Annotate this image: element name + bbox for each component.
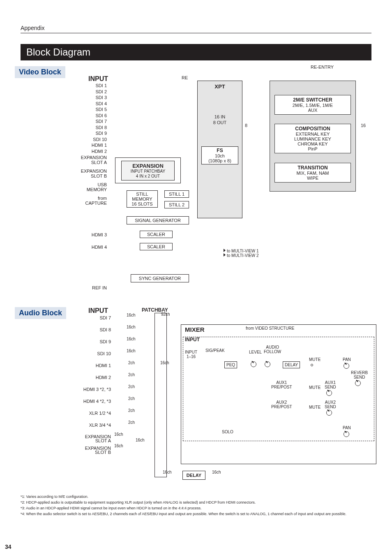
multiview-labels: to MULTI-VIEW 1 to MULTI-VIEW 2 <box>224 249 259 258</box>
mute-switch <box>311 364 313 366</box>
pan-label: PAN <box>343 357 351 362</box>
input-sdi8: SDI 8 <box>74 125 107 131</box>
delay-in-ch: 16ch <box>163 470 172 474</box>
sigpeak-label: SIG/PEAK <box>205 348 225 353</box>
delay-mixer-box: DELAY <box>283 361 300 368</box>
follow-knob <box>265 361 270 367</box>
xpt-text: 16 IN8 OUT <box>213 114 226 125</box>
input-sdi6: SDI 6 <box>74 113 107 119</box>
ch-expa: 16ch <box>114 432 123 437</box>
solo-label: SOLO <box>222 430 233 434</box>
ain-hdmi1: HDMI 1 <box>74 363 111 375</box>
pan2-label: PAN <box>343 426 351 430</box>
aux2-send-label: AUX2 SEND <box>325 400 336 409</box>
input-expslot-b: EXPANSIONSLOT B <box>74 169 107 180</box>
fs-box: FS 10ch (1080p x 8) <box>201 146 238 164</box>
ain-xlr12: XLR 1/2 *4 <box>74 411 111 423</box>
page-title: Block Diagram <box>21 44 371 60</box>
mixer-input-title: INPUT <box>185 337 200 342</box>
ain-sdi9: SDI 9 <box>74 339 111 351</box>
count-8: 8 <box>245 123 247 128</box>
aux1-mute-label: MUTE <box>309 385 321 390</box>
input-capture: fromCAPTURE <box>74 196 107 208</box>
ain-expb: EXPANSIONSLOT B <box>74 446 111 454</box>
xpt-title: XPT <box>214 83 225 90</box>
aux1-send-label: AUX1 SEND <box>325 380 336 389</box>
transition-box: TRANSITION MIX, FAM, NAM WIPE <box>274 163 351 183</box>
input-sdi1: SDI 1 <box>74 83 107 89</box>
pan-knob <box>344 363 349 369</box>
ch-expb: 16ch <box>114 444 123 448</box>
scaler2-box: SCALER <box>140 243 173 250</box>
input-sdi3: SDI 3 <box>74 95 107 101</box>
ch-slot-merge: 16ch <box>136 438 145 442</box>
input-hdmi3: HDMI 3 <box>82 232 107 237</box>
ain-xlr34: XLR 3/4 *4 <box>74 423 111 435</box>
mixer-title: MIXER <box>185 326 205 333</box>
ch-xlr34: 2ch <box>128 420 135 425</box>
reverb-send-label: REVERB SEND <box>351 370 368 379</box>
ch-hdmi3: 2ch <box>128 384 135 389</box>
ch-sdi7: 16ch <box>127 313 136 317</box>
audio-follow-label: AUDIO FOLLOW <box>264 345 281 354</box>
input-sdi9: SDI 9 <box>74 130 107 136</box>
footnote-4: *4: When the audio selector switch is se… <box>21 511 371 517</box>
input-usb: USBMEMORY <box>74 182 107 194</box>
aux1-pre-label: AUX1 PRE/POST <box>271 380 292 389</box>
ch-hdmi1: 2ch <box>128 361 135 365</box>
audio-block: Audio Block INPUT PATCHBAY 92ch SDI 7 SD… <box>21 309 371 486</box>
aux2-send-knob <box>326 410 332 416</box>
input-hdmi2: HDMI 2 <box>74 148 107 155</box>
ch-hdmi2: 2ch <box>128 372 135 377</box>
reentry-label: RE-ENTRY <box>311 65 334 69</box>
input-sdi2: SDI 2 <box>74 89 107 95</box>
input-sdi7: SDI 7 <box>74 118 107 125</box>
count-16: 16 <box>361 123 366 128</box>
delay-box: DELAY <box>182 471 205 480</box>
footnote-3: *3: Audio in an HDCP-applied HDMI signal… <box>21 505 371 511</box>
mute-label: MUTE <box>309 357 321 362</box>
switcher-box: 2M/E SWITCHER 2M/E, 1.5M/E, 1M/E AUX <box>274 95 351 115</box>
arrow-right-icon <box>224 253 226 257</box>
footnote-2: *2: HDCP-applied audio is outputtable to… <box>21 500 371 505</box>
footnotes: *1: Varies according to M/E configuratio… <box>21 494 371 517</box>
composition-box: COMPOSITION EXTERNAL KEY LUMINANCE KEY C… <box>274 124 351 153</box>
ch-xlr12: 2ch <box>128 408 135 413</box>
mixer-in-ch: 16ch <box>160 361 169 365</box>
expansion-box: EXPANSION INPUT PATCHBAY 4 IN x 2 OUT <box>121 161 175 180</box>
delay-out-ch: 16ch <box>212 470 221 474</box>
peq-box: PEQ <box>224 361 237 368</box>
aux2-mute-label: MUTE <box>309 405 321 409</box>
video-block: Video Block INPUT SDI 1 SDI 2 SDI 3 SDI … <box>21 66 371 305</box>
audio-block-label: Audio Block <box>15 307 66 319</box>
input-expslot-a: EXPANSIONSLOT A <box>74 155 107 167</box>
pan2-knob <box>344 431 349 437</box>
ain-sdi10: SDI 10 <box>74 351 111 363</box>
ain-sdi8: SDI 8 <box>74 327 111 339</box>
ain-hdmi3: HDMI 3 *2, *3 <box>74 387 111 399</box>
section-header: Appendix <box>21 25 371 33</box>
footnote-1: *1: Varies according to M/E configuratio… <box>21 494 371 500</box>
input-sdi5: SDI 5 <box>74 106 107 113</box>
level-knob <box>251 361 256 367</box>
still2-box: STILL 2 <box>164 201 189 208</box>
reverb-send-knob <box>355 380 361 386</box>
ch-sdi9: 16ch <box>127 337 136 341</box>
still1-box: STILL 1 <box>164 190 189 198</box>
video-block-label: Video Block <box>15 66 65 78</box>
input-refin: REF IN <box>82 285 107 290</box>
scaler1-box: SCALER <box>140 231 173 238</box>
input-1-16: INPUT 1–16 <box>185 350 197 359</box>
sync-generator-box: SYNC GENERATOR <box>131 274 189 282</box>
ain-hdmi2: HDMI 2 <box>74 375 111 387</box>
input-sdi10: SDI 10 <box>74 136 107 143</box>
video-input-labels: SDI 1 SDI 2 SDI 3 SDI 4 SDI 5 SDI 6 SDI … <box>74 83 107 208</box>
ch-hdmi4: 2ch <box>128 396 135 401</box>
aux2-pre-label: AUX2 PRE/POST <box>271 400 292 409</box>
input-sdi4: SDI 4 <box>74 101 107 107</box>
still-memory-box: STILL MEMORY 16 SLOTS <box>127 190 158 208</box>
audio-input-title: INPUT <box>88 307 108 314</box>
video-input-title: INPUT <box>88 75 108 83</box>
re-label: RE <box>181 75 189 80</box>
ch-sdi10: 16ch <box>127 349 136 353</box>
